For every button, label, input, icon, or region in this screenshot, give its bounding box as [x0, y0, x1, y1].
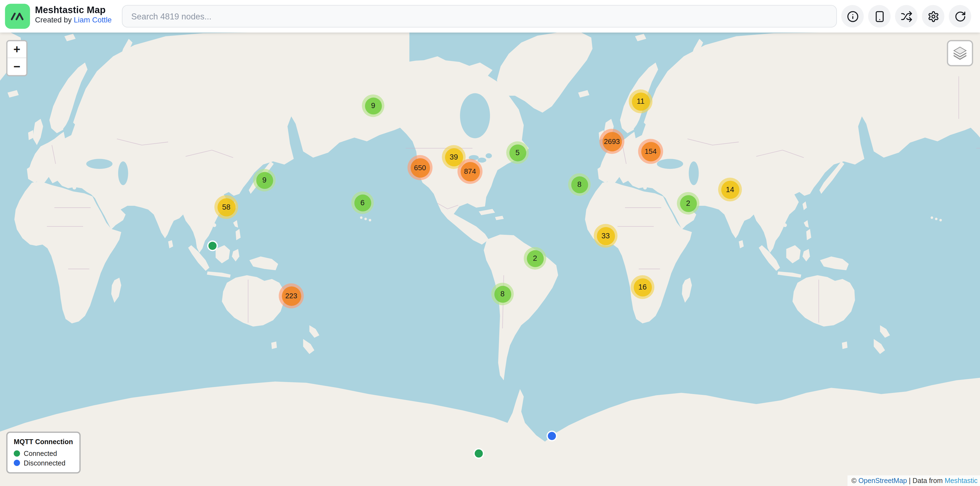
- cluster-marker[interactable]: 58: [215, 195, 238, 219]
- attribution-copyright: ©: [851, 477, 859, 484]
- node-marker-connected[interactable]: [207, 241, 218, 251]
- byline: Created by Liam Cottle: [35, 16, 112, 25]
- gear-icon: [927, 10, 939, 22]
- shuffle-icon: [900, 10, 912, 22]
- map-attribution: © OpenStreetMap | Data from Meshtastic: [848, 475, 980, 486]
- meshtastic-logo-icon: [9, 8, 25, 24]
- cluster-marker[interactable]: 16: [630, 275, 654, 299]
- node-marker-disconnected[interactable]: [547, 431, 557, 441]
- cluster-marker[interactable]: 8: [568, 173, 590, 196]
- cluster-marker[interactable]: 6: [352, 191, 374, 214]
- legend-title: MQTT Connection: [14, 438, 73, 445]
- routes-button[interactable]: [895, 5, 917, 27]
- zoom-in-button[interactable]: +: [7, 41, 26, 58]
- zoom-out-button[interactable]: −: [7, 58, 26, 75]
- cluster-marker[interactable]: 2: [677, 192, 699, 215]
- cluster-marker[interactable]: 9: [362, 94, 384, 117]
- node-marker-connected[interactable]: [473, 448, 484, 459]
- openstreetmap-link[interactable]: OpenStreetMap: [858, 477, 907, 484]
- connected-dot: [14, 451, 20, 457]
- cluster-marker[interactable]: 9: [253, 169, 275, 191]
- title-block: Meshtastic Map Created by Liam Cottle: [35, 5, 112, 25]
- settings-button[interactable]: [922, 5, 944, 27]
- app-logo[interactable]: [5, 4, 30, 29]
- cluster-marker[interactable]: 874: [457, 159, 482, 184]
- smartphone-icon: [873, 10, 885, 22]
- legend-item-connected: Connected: [14, 449, 73, 457]
- cluster-marker[interactable]: 650: [407, 155, 432, 180]
- cluster-marker[interactable]: 8: [492, 283, 514, 305]
- mqtt-legend: MQTT Connection Connected Disconnected: [6, 432, 80, 473]
- cluster-marker[interactable]: 2693: [600, 129, 624, 154]
- header-bar: Meshtastic Map Created by Liam Cottle: [0, 0, 980, 33]
- legend-item-disconnected: Disconnected: [14, 459, 73, 467]
- cluster-marker[interactable]: 5: [506, 142, 528, 164]
- cluster-marker[interactable]: 154: [638, 139, 663, 164]
- app-window: 911269315439565087498146258332168223 + −…: [0, 0, 980, 486]
- layers-icon: [952, 45, 968, 61]
- attribution-middle: | Data from: [907, 477, 945, 484]
- device-button[interactable]: [868, 5, 891, 27]
- cluster-marker[interactable]: 11: [628, 89, 652, 113]
- info-button[interactable]: [842, 5, 864, 27]
- cluster-marker[interactable]: 223: [278, 283, 304, 308]
- author-link[interactable]: Liam Cottle: [74, 16, 112, 25]
- refresh-icon: [954, 10, 966, 22]
- layers-control-button[interactable]: [947, 40, 973, 66]
- header-actions: [842, 5, 971, 27]
- cluster-marker[interactable]: 2: [523, 247, 546, 269]
- page-title: Meshtastic Map: [35, 5, 112, 15]
- byline-prefix: Created by: [35, 16, 74, 25]
- zoom-control: + −: [6, 40, 28, 76]
- info-icon: [846, 10, 858, 22]
- map-canvas[interactable]: [0, 33, 980, 486]
- cluster-marker[interactable]: 33: [593, 224, 617, 248]
- legend-item-label: Disconnected: [24, 459, 65, 467]
- cluster-marker[interactable]: 14: [718, 178, 742, 201]
- legend-item-label: Connected: [24, 449, 57, 457]
- refresh-button[interactable]: [949, 5, 971, 27]
- disconnected-dot: [14, 460, 20, 466]
- search-input[interactable]: [122, 5, 837, 27]
- meshtastic-link[interactable]: Meshtastic: [945, 477, 978, 484]
- world-map: [0, 33, 980, 486]
